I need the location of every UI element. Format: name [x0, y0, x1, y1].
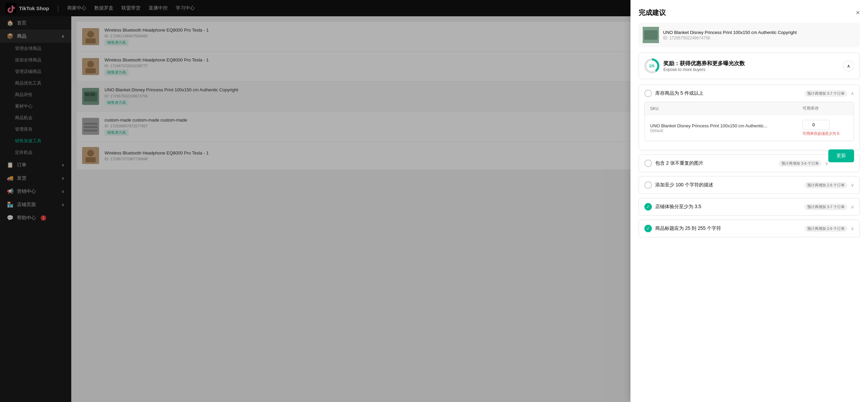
suggestion-store-score-badge: 预计再增加 3-7 个订单 — [805, 204, 847, 210]
suggestion-images-title: 包含 2 张不重复的图片 — [655, 160, 775, 166]
title-length-check — [644, 225, 652, 232]
suggestion-title-length[interactable]: 商品标题应为 25 到 255 个字符 预计再增加 2-6 个订单 ∨ — [639, 220, 860, 237]
suggestion-inventory-title: 库存商品为 5 件或以上 — [655, 90, 801, 96]
reward-text: 奖励：获得优惠券和更多曝光次数 Expose to more buyers — [663, 60, 745, 72]
progress-circle: 2/5 — [644, 58, 659, 73]
progress-circle-text: 2/5 — [646, 60, 657, 71]
inventory-check — [644, 90, 652, 97]
inv-sku-line2: Default — [650, 128, 792, 133]
close-button[interactable]: × — [856, 9, 860, 17]
reward-title: 奖励：获得优惠券和更多曝光次数 — [663, 60, 745, 67]
inv-sku-line1: UNO Blanket Disney Princess Print 100x15… — [650, 123, 792, 128]
inventory-table: SKU 可用库存 UNO Blanket Disney Princess Pri… — [645, 102, 854, 141]
suggestion-description-header: 添加至少 100 个字符的描述 预计再增加 2-6 个订单 ∨ — [644, 181, 854, 189]
inv-header-available: 可用库存 — [797, 102, 854, 115]
inventory-input[interactable] — [803, 120, 830, 130]
suggestion-title-length-header: 商品标题应为 25 到 255 个字符 预计再增加 2-6 个订单 ∨ — [644, 225, 854, 232]
reward-left: 2/5 奖励：获得优惠券和更多曝光次数 Expose to more buyer… — [644, 58, 745, 73]
suggestion-store-score-title: 店铺体验分至少为 3.5 — [655, 204, 801, 210]
suggestion-title-length-badge: 预计再增加 2-6 个订单 — [805, 225, 847, 232]
suggestion-description-chevron: ∨ — [851, 182, 854, 188]
reward-collapse-button[interactable]: ∧ — [843, 60, 854, 71]
suggestion-title-length-chevron: ∨ — [851, 226, 854, 231]
panel-product-id: ID: 172957502249674758 — [663, 36, 797, 40]
update-button[interactable]: 更新 — [828, 149, 854, 162]
suggestion-title-length-title: 商品标题应为 25 到 255 个字符 — [655, 225, 801, 232]
suggestion-description-title: 添加至少 100 个字符的描述 — [655, 182, 801, 188]
suggestion-inventory[interactable]: 库存商品为 5 件或以上 预计再增加 3-7 个订单 ∧ SKU 可用库存 UN… — [639, 85, 860, 150]
reward-section: 2/5 奖励：获得优惠券和更多曝光次数 Expose to more buyer… — [639, 53, 860, 79]
panel-product-name: UNO Blanket Disney Princess Print 100x15… — [663, 30, 797, 35]
inv-available-cell: 可用库存必须至少为 5 — [797, 115, 854, 141]
right-panel: 完成建议 × UNO Blanket Disney Princess Print… — [630, 0, 868, 402]
reward-subtitle: Expose to more buyers — [663, 67, 745, 72]
suggestion-images-chevron: ∨ — [825, 161, 828, 166]
inventory-row: UNO Blanket Disney Princess Print 100x15… — [645, 115, 854, 141]
description-check — [644, 181, 652, 189]
images-check — [644, 160, 652, 167]
suggestion-store-score[interactable]: 店铺体验分至少为 3.5 预计再增加 3-7 个订单 ∨ — [639, 198, 860, 216]
svg-rect-19 — [644, 30, 658, 40]
inv-header-sku: SKU — [645, 102, 797, 115]
store-score-check — [644, 203, 652, 211]
suggestion-store-score-header: 店铺体验分至少为 3.5 预计再增加 3-7 个订单 ∨ — [644, 203, 854, 211]
panel-product-info: UNO Blanket Disney Princess Print 100x15… — [663, 30, 797, 40]
reward-header: 2/5 奖励：获得优惠券和更多曝光次数 Expose to more buyer… — [644, 58, 854, 73]
inventory-error: 可用库存必须至少为 5 — [803, 131, 848, 136]
suggestion-inventory-header: 库存商品为 5 件或以上 预计再增加 3-7 个订单 ∧ — [644, 90, 854, 97]
suggestion-images-header: 包含 2 张不重复的图片 预计再增加 3-6 个订单 ∨ — [644, 160, 828, 167]
suggestion-store-score-chevron: ∨ — [851, 204, 854, 209]
suggestion-images[interactable]: 包含 2 张不重复的图片 预计再增加 3-6 个订单 ∨ — [639, 154, 860, 172]
panel-title: 完成建议 — [639, 8, 666, 17]
panel-header: 完成建议 × — [639, 8, 860, 17]
suggestion-inventory-badge: 预计再增加 3-7 个订单 — [805, 90, 847, 97]
suggestion-description[interactable]: 添加至少 100 个字符的描述 预计再增加 2-6 个订单 ∨ — [639, 176, 860, 194]
suggestion-description-badge: 预计再增加 2-6 个订单 — [805, 182, 847, 188]
suggestion-images-badge: 预计再增加 3-6 个订单 — [779, 160, 822, 167]
inventory-table-section: SKU 可用库存 UNO Blanket Disney Princess Pri… — [644, 102, 854, 141]
panel-product-header: UNO Blanket Disney Princess Print 100x15… — [639, 23, 860, 47]
suggestion-inventory-chevron: ∧ — [851, 91, 854, 96]
inv-sku-cell: UNO Blanket Disney Princess Print 100x15… — [645, 115, 797, 141]
panel-product-image — [643, 27, 659, 43]
